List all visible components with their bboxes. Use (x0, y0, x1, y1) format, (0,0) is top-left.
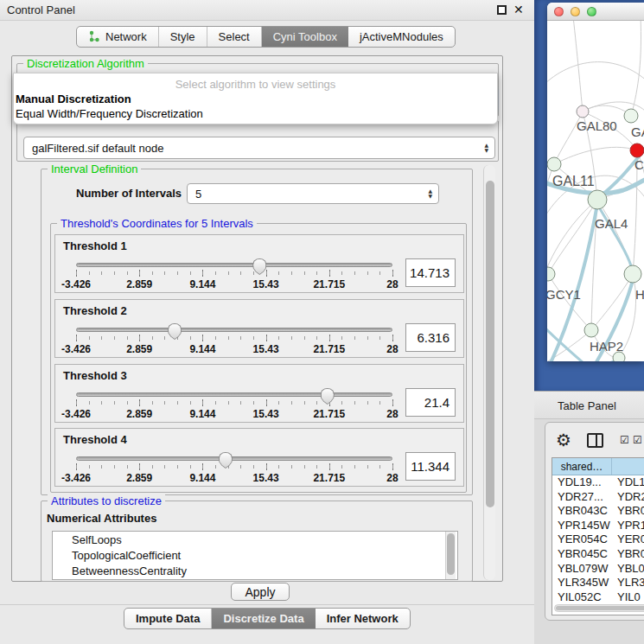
zoom-traffic-light-icon[interactable] (587, 7, 596, 16)
tab-jactivemnodules[interactable]: jActiveMNodules (348, 27, 455, 47)
node-label: H (635, 287, 644, 302)
slider-track[interactable] (76, 328, 392, 332)
threshold-2-slider[interactable]: -3.426 2.859 9.144 15.43 21.715 28 (76, 324, 394, 355)
tab-style[interactable]: Style (159, 27, 207, 47)
group-title: Interval Definition (48, 163, 141, 175)
network-node[interactable] (624, 265, 641, 283)
algorithm-dropdown-popup: Select algorithm to view settings Manual… (13, 73, 498, 124)
network-node[interactable] (624, 109, 638, 123)
right-region: GAL80GACGAL11GAL4GCY1HHAP2 Table Panel ⚙… (534, 0, 644, 644)
columns-icon[interactable] (587, 433, 603, 448)
close-icon[interactable]: ✕ (513, 3, 524, 16)
table-header-row: shared… na (552, 458, 644, 475)
bottom-tab-bar: Impute Data Discretize Data Infer Networ… (124, 608, 411, 629)
table-row[interactable]: YBL079W YBL0 (552, 562, 644, 577)
apply-button[interactable]: Apply (231, 583, 290, 601)
list-item[interactable]: TopologicalCoefficient (53, 547, 457, 563)
threshold-4-block: Threshold 4 -3.426 2.859 9.144 15.43 21.… (54, 428, 464, 487)
tab-discretize-data[interactable]: Discretize Data (212, 609, 315, 628)
panel-title: Control Panel (7, 3, 75, 16)
list-item[interactable]: SelfLoops (53, 532, 457, 547)
threshold-2-block: Threshold 2 -3.426 2.859 9.144 15.43 21.… (54, 299, 464, 358)
network-edge[interactable] (583, 105, 631, 116)
node-attribute-table[interactable]: shared… na YDL19... YDL1 YDR27... YDR2 Y… (552, 457, 644, 615)
network-node[interactable] (630, 143, 644, 157)
network-edge[interactable] (554, 147, 637, 164)
network-view-window[interactable]: GAL80GACGAL11GAL4GCY1HHAP2 (547, 3, 644, 361)
threshold-3-slider[interactable]: -3.426 2.859 9.144 15.43 21.715 28 (76, 389, 394, 420)
table-row[interactable]: YLR345W YLR3 (552, 576, 644, 590)
slider-track[interactable] (76, 263, 392, 267)
table-row[interactable]: YBR043C YBR0 (552, 504, 644, 519)
gear-icon[interactable]: ⚙ (556, 430, 571, 450)
control-panel: Control Panel ✕ Network Style Select Cyn… (0, 0, 534, 644)
checkbox-icon[interactable]: ☑ (633, 434, 642, 446)
top-tab-bar: Network Style Select Cyni Toolbox jActiv… (76, 26, 456, 48)
slider-track[interactable] (76, 456, 392, 461)
number-of-intervals-combobox[interactable]: 5 ▲▼ (187, 183, 439, 204)
tab-impute-data[interactable]: Impute Data (124, 609, 212, 628)
table-row[interactable]: YIL052C YIL0 (552, 590, 644, 605)
threshold-1-block: Threshold 1 -3.426 2.859 9.144 15.43 21.… (54, 234, 464, 293)
threshold-1-value[interactable]: 14.713 (405, 258, 456, 287)
checkbox-icon[interactable]: ☑ (620, 434, 629, 446)
slider-scale: -3.426 2.859 9.144 15.43 21.715 28 (76, 408, 392, 420)
column-header-shared-name[interactable]: shared… (552, 458, 612, 475)
table-row[interactable]: YDL19... YDL1 (552, 475, 644, 490)
attributes-group: Attributes to discretize Numerical Attri… (41, 501, 473, 582)
threshold-4-slider[interactable]: -3.426 2.859 9.144 15.43 21.715 28 (76, 453, 394, 484)
table-panel-titlebar: Table Panel (534, 391, 644, 419)
list-scrollbar[interactable] (445, 532, 456, 579)
threshold-3-block: Threshold 3 -3.426 2.859 9.144 15.43 21.… (54, 364, 464, 423)
network-edge[interactable] (548, 274, 591, 330)
node-label: HAP2 (590, 339, 623, 354)
minimize-traffic-light-icon[interactable] (571, 7, 580, 16)
group-title: Threshold's Coordinates for 5 Intervals (57, 217, 257, 230)
threshold-1-slider[interactable]: -3.426 2.859 9.144 15.43 21.715 28 (76, 259, 394, 290)
tab-infer-network[interactable]: Infer Network (316, 609, 410, 628)
network-edge[interactable] (547, 62, 644, 86)
network-icon (88, 30, 101, 43)
combo-arrows-icon: ▲▼ (428, 188, 432, 199)
table-row[interactable]: YDR27... YDR2 (552, 490, 644, 505)
network-edge[interactable] (631, 21, 641, 116)
table-row[interactable]: YPR145W YPR1 (552, 519, 644, 533)
network-canvas[interactable]: GAL80GACGAL11GAL4GCY1HHAP2 (547, 21, 644, 361)
intervals-value: 5 (195, 188, 201, 201)
network-node[interactable] (577, 105, 589, 118)
threshold-3-value[interactable]: 21.4 (405, 388, 456, 417)
column-header-name[interactable]: na (612, 458, 644, 475)
threshold-4-value[interactable]: 11.344 (405, 452, 456, 481)
threshold-coordinates-group: Threshold's Coordinates for 5 Intervals … (50, 223, 467, 493)
tab-network[interactable]: Network (77, 27, 159, 47)
list-item[interactable]: BetweennessCentrality (53, 563, 457, 578)
table-data-group: Table Data galFiltered.sif default node … (16, 120, 499, 162)
network-window-titlebar[interactable] (547, 3, 644, 21)
network-node[interactable] (584, 323, 598, 337)
control-panel-titlebar: Control Panel ✕ (0, 0, 534, 21)
close-traffic-light-icon[interactable] (554, 7, 564, 16)
slider-track[interactable] (76, 392, 392, 397)
panel-scrollbar[interactable] (483, 165, 495, 580)
network-node[interactable] (547, 267, 555, 281)
group-title: Discretization Algorithm (23, 57, 148, 70)
float-window-icon[interactable] (497, 5, 507, 15)
threshold-2-value[interactable]: 6.316 (405, 323, 456, 352)
cyni-settings-panel: Discretization Algorithm ▲▼ Table Data g… (11, 55, 503, 582)
tab-cyni-toolbox[interactable]: Cyni Toolbox (262, 27, 348, 47)
network-node[interactable] (547, 157, 561, 171)
table-row[interactable]: YBR045C YBR0 (552, 547, 644, 562)
table-row[interactable]: YER054C YER0 (552, 532, 644, 547)
node-label: GA (631, 124, 644, 139)
numerical-attributes-list[interactable]: SelfLoops TopologicalCoefficient Between… (52, 531, 458, 580)
dropdown-item-manual-discretization[interactable]: Manual Discretization (16, 92, 131, 105)
slider-scale: -3.426 2.859 9.144 15.43 21.715 28 (76, 343, 392, 355)
node-label: GAL11 (552, 174, 595, 188)
table-horizontal-scrollbar[interactable] (554, 604, 644, 612)
dropdown-item-equal-width-frequency[interactable]: Equal Width/Frequency Discretization (16, 107, 203, 120)
node-label: GAL80 (577, 118, 617, 133)
slider-scale: -3.426 2.859 9.144 15.43 21.715 28 (76, 472, 392, 484)
network-node[interactable] (588, 190, 607, 209)
table-data-combobox[interactable]: galFiltered.sif default node ▲▼ (23, 137, 495, 159)
tab-select[interactable]: Select (207, 27, 262, 47)
